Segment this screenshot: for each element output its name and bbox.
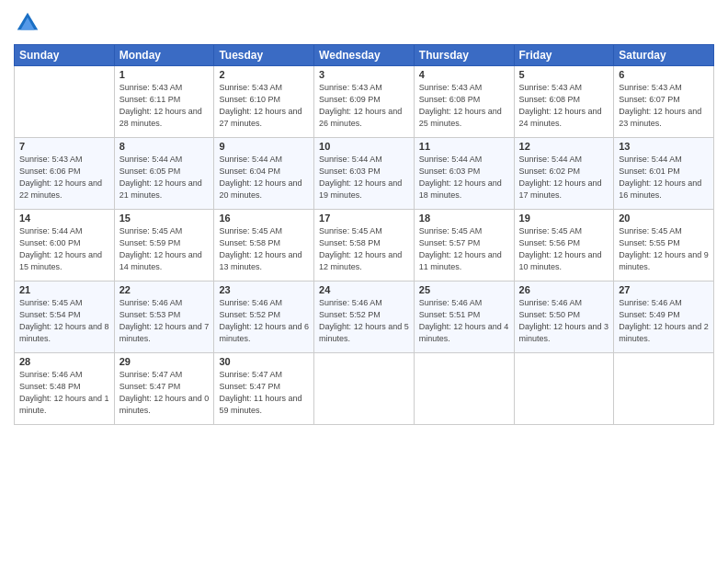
day-info: Sunrise: 5:45 AMSunset: 5:55 PMDaylight:… (619, 225, 709, 273)
day-info: Sunrise: 5:44 AMSunset: 6:02 PMDaylight:… (519, 154, 609, 201)
day-number: 8 (119, 141, 210, 152)
day-info: Sunrise: 5:43 AMSunset: 6:08 PMDaylight:… (519, 82, 609, 130)
day-cell: 14Sunrise: 5:44 AMSunset: 6:00 PMDayligh… (15, 210, 115, 282)
day-number: 16 (219, 213, 309, 224)
day-cell (514, 353, 614, 425)
day-number: 9 (219, 141, 309, 152)
day-cell: 8Sunrise: 5:44 AMSunset: 6:05 PMDaylight… (114, 138, 214, 210)
day-info: Sunrise: 5:43 AMSunset: 6:06 PMDaylight:… (19, 154, 109, 201)
day-cell: 10Sunrise: 5:44 AMSunset: 6:03 PMDayligh… (314, 138, 415, 210)
day-info: Sunrise: 5:46 AMSunset: 5:52 PMDaylight:… (219, 297, 309, 345)
day-number: 13 (619, 141, 709, 152)
day-cell: 19Sunrise: 5:45 AMSunset: 5:56 PMDayligh… (514, 210, 614, 282)
day-cell (414, 353, 514, 425)
calendar-table: SundayMondayTuesdayWednesdayThursdayFrid… (14, 44, 714, 425)
day-number: 28 (19, 356, 109, 367)
day-number: 22 (119, 284, 210, 295)
day-cell: 7Sunrise: 5:43 AMSunset: 6:06 PMDaylight… (15, 138, 115, 210)
day-info: Sunrise: 5:44 AMSunset: 6:01 PMDaylight:… (619, 154, 709, 201)
logo (14, 9, 45, 37)
week-row-1: 1Sunrise: 5:43 AMSunset: 6:11 PMDaylight… (15, 66, 714, 138)
day-info: Sunrise: 5:46 AMSunset: 5:53 PMDaylight:… (119, 297, 210, 345)
col-header-saturday: Saturday (614, 45, 714, 66)
col-header-monday: Monday (114, 45, 214, 66)
day-cell: 11Sunrise: 5:44 AMSunset: 6:03 PMDayligh… (414, 138, 514, 210)
day-info: Sunrise: 5:43 AMSunset: 6:10 PMDaylight:… (219, 82, 309, 130)
day-number: 10 (319, 141, 409, 152)
day-cell: 18Sunrise: 5:45 AMSunset: 5:57 PMDayligh… (414, 210, 514, 282)
day-cell: 9Sunrise: 5:44 AMSunset: 6:04 PMDaylight… (214, 138, 314, 210)
day-cell: 22Sunrise: 5:46 AMSunset: 5:53 PMDayligh… (114, 282, 214, 353)
day-info: Sunrise: 5:46 AMSunset: 5:52 PMDaylight:… (319, 297, 409, 345)
day-cell: 4Sunrise: 5:43 AMSunset: 6:08 PMDaylight… (414, 66, 514, 138)
day-info: Sunrise: 5:45 AMSunset: 5:59 PMDaylight:… (119, 225, 210, 273)
day-number: 18 (419, 213, 509, 224)
day-cell: 13Sunrise: 5:44 AMSunset: 6:01 PMDayligh… (614, 138, 714, 210)
week-row-3: 14Sunrise: 5:44 AMSunset: 6:00 PMDayligh… (15, 210, 714, 282)
col-header-thursday: Thursday (414, 45, 514, 66)
page: SundayMondayTuesdayWednesdayThursdayFrid… (0, 0, 728, 563)
day-number: 25 (419, 284, 509, 295)
day-cell: 28Sunrise: 5:46 AMSunset: 5:48 PMDayligh… (15, 353, 115, 425)
day-number: 26 (519, 284, 609, 295)
day-number: 12 (519, 141, 609, 152)
day-number: 24 (319, 284, 409, 295)
day-info: Sunrise: 5:46 AMSunset: 5:51 PMDaylight:… (419, 297, 509, 345)
day-cell: 29Sunrise: 5:47 AMSunset: 5:47 PMDayligh… (114, 353, 214, 425)
day-cell: 6Sunrise: 5:43 AMSunset: 6:07 PMDaylight… (614, 66, 714, 138)
day-info: Sunrise: 5:46 AMSunset: 5:49 PMDaylight:… (619, 297, 709, 345)
day-cell: 25Sunrise: 5:46 AMSunset: 5:51 PMDayligh… (414, 282, 514, 353)
day-number: 15 (119, 213, 210, 224)
day-info: Sunrise: 5:43 AMSunset: 6:08 PMDaylight:… (419, 82, 509, 130)
day-number: 29 (119, 356, 210, 367)
day-cell: 24Sunrise: 5:46 AMSunset: 5:52 PMDayligh… (314, 282, 415, 353)
col-header-wednesday: Wednesday (314, 45, 415, 66)
day-number: 11 (419, 141, 509, 152)
day-cell: 12Sunrise: 5:44 AMSunset: 6:02 PMDayligh… (514, 138, 614, 210)
day-info: Sunrise: 5:45 AMSunset: 5:54 PMDaylight:… (19, 297, 109, 345)
day-number: 14 (19, 213, 109, 224)
day-number: 21 (19, 284, 109, 295)
header-row: SundayMondayTuesdayWednesdayThursdayFrid… (15, 45, 714, 66)
day-cell: 16Sunrise: 5:45 AMSunset: 5:58 PMDayligh… (214, 210, 314, 282)
day-cell: 15Sunrise: 5:45 AMSunset: 5:59 PMDayligh… (114, 210, 214, 282)
week-row-5: 28Sunrise: 5:46 AMSunset: 5:48 PMDayligh… (15, 353, 714, 425)
day-info: Sunrise: 5:44 AMSunset: 6:03 PMDaylight:… (419, 154, 509, 201)
day-cell: 3Sunrise: 5:43 AMSunset: 6:09 PMDaylight… (314, 66, 415, 138)
day-number: 30 (219, 356, 309, 367)
day-number: 23 (219, 284, 309, 295)
day-info: Sunrise: 5:45 AMSunset: 5:58 PMDaylight:… (319, 225, 409, 273)
day-cell (15, 66, 115, 138)
week-row-2: 7Sunrise: 5:43 AMSunset: 6:06 PMDaylight… (15, 138, 714, 210)
day-cell: 2Sunrise: 5:43 AMSunset: 6:10 PMDaylight… (214, 66, 314, 138)
day-number: 7 (19, 141, 109, 152)
day-info: Sunrise: 5:46 AMSunset: 5:48 PMDaylight:… (19, 369, 109, 417)
day-number: 27 (619, 284, 709, 295)
day-cell (314, 353, 415, 425)
col-header-friday: Friday (514, 45, 614, 66)
week-row-4: 21Sunrise: 5:45 AMSunset: 5:54 PMDayligh… (15, 282, 714, 353)
day-cell: 30Sunrise: 5:47 AMSunset: 5:47 PMDayligh… (214, 353, 314, 425)
day-number: 17 (319, 213, 409, 224)
day-info: Sunrise: 5:47 AMSunset: 5:47 PMDaylight:… (219, 369, 309, 417)
day-info: Sunrise: 5:44 AMSunset: 6:05 PMDaylight:… (119, 154, 210, 201)
day-info: Sunrise: 5:44 AMSunset: 6:03 PMDaylight:… (319, 154, 409, 201)
day-number: 3 (319, 69, 409, 80)
day-info: Sunrise: 5:43 AMSunset: 6:09 PMDaylight:… (319, 82, 409, 130)
day-info: Sunrise: 5:43 AMSunset: 6:07 PMDaylight:… (619, 82, 709, 130)
day-cell: 21Sunrise: 5:45 AMSunset: 5:54 PMDayligh… (15, 282, 115, 353)
day-cell: 5Sunrise: 5:43 AMSunset: 6:08 PMDaylight… (514, 66, 614, 138)
day-number: 6 (619, 69, 709, 80)
day-info: Sunrise: 5:47 AMSunset: 5:47 PMDaylight:… (119, 369, 210, 417)
day-cell: 27Sunrise: 5:46 AMSunset: 5:49 PMDayligh… (614, 282, 714, 353)
day-info: Sunrise: 5:43 AMSunset: 6:11 PMDaylight:… (119, 82, 210, 130)
day-info: Sunrise: 5:46 AMSunset: 5:50 PMDaylight:… (519, 297, 609, 345)
day-cell: 23Sunrise: 5:46 AMSunset: 5:52 PMDayligh… (214, 282, 314, 353)
day-number: 20 (619, 213, 709, 224)
day-cell: 1Sunrise: 5:43 AMSunset: 6:11 PMDaylight… (114, 66, 214, 138)
day-number: 4 (419, 69, 509, 80)
logo-icon (14, 9, 41, 37)
day-cell: 17Sunrise: 5:45 AMSunset: 5:58 PMDayligh… (314, 210, 415, 282)
day-number: 19 (519, 213, 609, 224)
col-header-tuesday: Tuesday (214, 45, 314, 66)
